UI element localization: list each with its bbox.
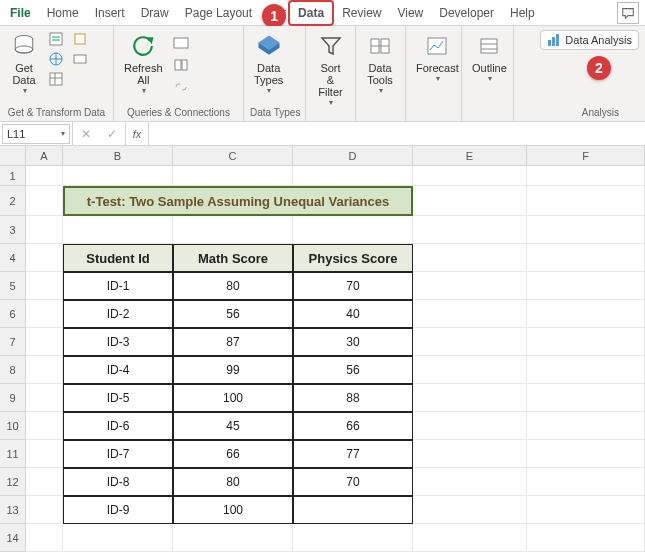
cell[interactable]	[413, 468, 527, 496]
tab-view[interactable]: View	[389, 2, 431, 24]
enter-icon[interactable]: ✓	[99, 127, 125, 141]
cell[interactable]	[527, 524, 645, 552]
table-header[interactable]: Physics Score	[293, 244, 413, 272]
cell[interactable]	[63, 216, 173, 244]
cell[interactable]	[413, 186, 527, 216]
table-cell[interactable]: 100	[173, 496, 293, 524]
table-cell[interactable]: 99	[173, 356, 293, 384]
row-header[interactable]: 5	[0, 272, 26, 300]
queries-icon[interactable]	[171, 34, 191, 52]
cell[interactable]	[413, 166, 527, 186]
comments-icon[interactable]	[617, 2, 639, 24]
file-tab[interactable]: File	[2, 2, 39, 24]
table-cell[interactable]: 77	[293, 440, 413, 468]
cell[interactable]	[413, 328, 527, 356]
row-header[interactable]: 13	[0, 496, 26, 524]
table-cell[interactable]: 66	[173, 440, 293, 468]
table-cell[interactable]: 45	[173, 412, 293, 440]
cell[interactable]	[26, 384, 63, 412]
cell[interactable]	[527, 468, 645, 496]
cell[interactable]	[527, 412, 645, 440]
cell[interactable]	[527, 272, 645, 300]
table-cell[interactable]: 70	[293, 272, 413, 300]
cell[interactable]	[26, 496, 63, 524]
row-header[interactable]: 4	[0, 244, 26, 272]
tab-help[interactable]: Help	[502, 2, 543, 24]
table-cell[interactable]: ID-6	[63, 412, 173, 440]
cell[interactable]	[527, 440, 645, 468]
cell[interactable]	[527, 216, 645, 244]
refresh-all-button[interactable]: Refresh All ▾	[120, 30, 167, 97]
table-cell[interactable]: 80	[173, 272, 293, 300]
cell[interactable]	[413, 356, 527, 384]
sort-filter-button[interactable]: Sort & Filter ▾	[312, 30, 349, 109]
col-header[interactable]: E	[413, 146, 527, 166]
cell[interactable]	[173, 524, 293, 552]
cell[interactable]	[26, 186, 63, 216]
existing-conn-icon[interactable]	[70, 50, 90, 68]
row-header[interactable]: 11	[0, 440, 26, 468]
cell[interactable]	[26, 216, 63, 244]
spreadsheet-grid[interactable]: A B C D E F 1 2 t-Test: Two Sample Assum…	[0, 146, 645, 552]
row-header[interactable]: 9	[0, 384, 26, 412]
row-header[interactable]: 8	[0, 356, 26, 384]
row-header[interactable]: 6	[0, 300, 26, 328]
col-header[interactable]: C	[173, 146, 293, 166]
table-cell[interactable]: 40	[293, 300, 413, 328]
tab-developer[interactable]: Developer	[431, 2, 502, 24]
properties-icon[interactable]	[171, 56, 191, 74]
data-analysis-button[interactable]: Data Analysis	[540, 30, 639, 50]
cell[interactable]	[63, 166, 173, 186]
col-header[interactable]: A	[26, 146, 63, 166]
cell[interactable]	[26, 328, 63, 356]
forecast-button[interactable]: Forecast ▾	[412, 30, 463, 85]
cell[interactable]	[413, 384, 527, 412]
row-header[interactable]: 7	[0, 328, 26, 356]
tab-review[interactable]: Review	[334, 2, 389, 24]
table-cell[interactable]: ID-1	[63, 272, 173, 300]
table-header[interactable]: Math Score	[173, 244, 293, 272]
outline-button[interactable]: Outline ▾	[468, 30, 511, 85]
table-cell[interactable]: ID-8	[63, 468, 173, 496]
cell[interactable]	[527, 300, 645, 328]
table-cell[interactable]: 100	[173, 384, 293, 412]
cell[interactable]	[293, 216, 413, 244]
cell[interactable]	[293, 524, 413, 552]
cell[interactable]	[26, 300, 63, 328]
table-cell[interactable]: ID-3	[63, 328, 173, 356]
table-cell[interactable]: ID-4	[63, 356, 173, 384]
col-header[interactable]: D	[293, 146, 413, 166]
table-cell[interactable]: ID-9	[63, 496, 173, 524]
col-header[interactable]: B	[63, 146, 173, 166]
table-cell[interactable]: 80	[173, 468, 293, 496]
table-cell[interactable]: ID-2	[63, 300, 173, 328]
cell[interactable]	[527, 186, 645, 216]
table-cell[interactable]: 66	[293, 412, 413, 440]
cell[interactable]	[26, 356, 63, 384]
cell[interactable]	[293, 166, 413, 186]
row-header[interactable]: 1	[0, 166, 26, 186]
row-header[interactable]: 14	[0, 524, 26, 552]
tab-insert[interactable]: Insert	[87, 2, 133, 24]
get-data-button[interactable]: Get Data ▾	[6, 30, 42, 97]
edit-links-icon[interactable]	[171, 78, 191, 96]
cell[interactable]	[63, 524, 173, 552]
cell[interactable]	[26, 244, 63, 272]
col-header[interactable]: F	[527, 146, 645, 166]
from-web-icon[interactable]	[46, 50, 66, 68]
cell[interactable]	[413, 440, 527, 468]
data-tools-button[interactable]: Data Tools ▾	[362, 30, 398, 97]
cell[interactable]	[26, 524, 63, 552]
recent-sources-icon[interactable]	[70, 30, 90, 48]
cell[interactable]	[413, 524, 527, 552]
row-header[interactable]: 3	[0, 216, 26, 244]
cell[interactable]	[527, 244, 645, 272]
cell[interactable]	[527, 356, 645, 384]
cell[interactable]	[173, 216, 293, 244]
tab-pagelayout[interactable]: Page Layout	[177, 2, 260, 24]
tab-home[interactable]: Home	[39, 2, 87, 24]
cell[interactable]	[413, 300, 527, 328]
select-all-corner[interactable]	[0, 146, 26, 166]
cell[interactable]	[413, 496, 527, 524]
cell[interactable]	[527, 496, 645, 524]
